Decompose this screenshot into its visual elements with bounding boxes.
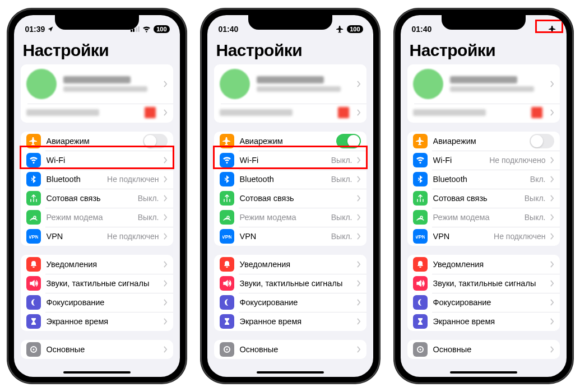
speaker-icon bbox=[26, 276, 41, 291]
svg-point-2 bbox=[33, 349, 34, 351]
settings-row-hourglass[interactable]: Экранное время bbox=[214, 312, 366, 331]
general-group: Основные bbox=[214, 340, 366, 359]
settings-row-moon[interactable]: Фокусирование bbox=[407, 293, 560, 312]
chevron-right-icon bbox=[164, 346, 168, 353]
profile-group[interactable] bbox=[21, 64, 173, 123]
profile-sub-row[interactable] bbox=[214, 104, 366, 123]
settings-row-bluetooth[interactable]: Bluetooth Не подключен bbox=[21, 170, 173, 189]
row-label: Уведомления bbox=[47, 260, 159, 269]
settings-row-vpn[interactable]: VPN VPN Выкл. bbox=[214, 227, 366, 246]
wifi-icon bbox=[220, 153, 234, 167]
row-value: Не подключен bbox=[107, 175, 159, 184]
row-label: Сотовая связь bbox=[47, 194, 136, 203]
airplane-toggle[interactable] bbox=[530, 134, 554, 148]
row-value: Выкл. bbox=[331, 156, 352, 165]
settings-row-speaker[interactable]: Звуки, тактильные сигналы bbox=[21, 274, 173, 293]
chevron-right-icon bbox=[357, 195, 361, 202]
settings-row-cellular[interactable]: Сотовая связь bbox=[214, 189, 366, 208]
chevron-right-icon bbox=[164, 233, 168, 240]
home-indicator bbox=[257, 371, 324, 374]
row-label: Авиарежим bbox=[47, 137, 143, 146]
battery-indicator: 100 bbox=[347, 25, 363, 33]
chevron-right-icon bbox=[550, 233, 554, 240]
notch bbox=[55, 15, 139, 30]
wifi-icon bbox=[413, 153, 428, 167]
bluetooth-icon bbox=[413, 172, 428, 186]
phone-frame-1: 01:40 100 Настройки bbox=[201, 8, 380, 384]
profile-group[interactable] bbox=[214, 64, 366, 123]
settings-row-wifi[interactable]: Wi-Fi Выкл. bbox=[214, 151, 366, 170]
chevron-right-icon bbox=[550, 214, 554, 221]
chevron-right-icon bbox=[357, 318, 361, 325]
avatar bbox=[220, 69, 250, 99]
notifications-group: Уведомления Звуки, тактильные сигналы Фо… bbox=[21, 255, 173, 331]
settings-row-vpn[interactable]: VPN VPN Не подключен bbox=[21, 227, 173, 246]
settings-row-bluetooth[interactable]: Bluetooth Вкл. bbox=[407, 170, 560, 189]
profile-text bbox=[63, 76, 159, 92]
settings-row-gear[interactable]: Основные bbox=[21, 340, 173, 359]
settings-row-bell[interactable]: Уведомления bbox=[21, 255, 173, 274]
settings-row-bluetooth[interactable]: Bluetooth Выкл. bbox=[214, 170, 366, 189]
settings-row-bell[interactable]: Уведомления bbox=[214, 255, 366, 274]
settings-row-airplane: Авиарежим bbox=[21, 132, 173, 151]
profile-sub-row[interactable] bbox=[21, 104, 173, 123]
speaker-icon bbox=[220, 276, 234, 291]
avatar bbox=[413, 69, 443, 99]
moon-icon bbox=[413, 295, 428, 310]
row-value: Выкл. bbox=[331, 175, 352, 184]
settings-row-bell[interactable]: Уведомления bbox=[407, 255, 560, 274]
screen: 01:40 Настройки bbox=[401, 15, 567, 377]
battery-indicator: 100 bbox=[154, 25, 169, 33]
moon-icon bbox=[26, 295, 41, 310]
profile-sub-row[interactable] bbox=[407, 104, 560, 123]
connectivity-group: Авиарежим Wi-Fi Bluetooth Не подключен С… bbox=[21, 132, 173, 246]
row-label: Режим модема bbox=[240, 213, 329, 222]
settings-row-vpn[interactable]: VPN VPN Не подключен bbox=[407, 227, 560, 246]
chevron-right-icon bbox=[357, 233, 361, 240]
row-label: Звуки, тактильные сигналы bbox=[433, 279, 546, 288]
settings-row-wifi[interactable]: Wi-Fi bbox=[21, 151, 173, 170]
bluetooth-icon bbox=[26, 172, 41, 186]
hotspot-icon bbox=[220, 210, 234, 225]
row-label: Экранное время bbox=[240, 317, 352, 326]
row-value: Вкл. bbox=[530, 175, 546, 184]
settings-row-speaker[interactable]: Звуки, тактильные сигналы bbox=[214, 274, 366, 293]
settings-row-hourglass[interactable]: Экранное время bbox=[407, 312, 560, 331]
settings-row-hotspot[interactable]: Режим модема Выкл. bbox=[21, 208, 173, 227]
settings-row-moon[interactable]: Фокусирование bbox=[21, 293, 173, 312]
chevron-right-icon bbox=[550, 346, 554, 353]
notch bbox=[442, 15, 526, 30]
bell-icon bbox=[413, 257, 428, 272]
settings-row-hourglass[interactable]: Экранное время bbox=[21, 312, 173, 331]
chevron-right-icon bbox=[550, 109, 554, 116]
row-label: Авиарежим bbox=[240, 137, 336, 146]
airplane-toggle[interactable] bbox=[143, 134, 168, 148]
chevron-right-icon bbox=[164, 157, 168, 164]
settings-row-hotspot[interactable]: Режим модема Выкл. bbox=[407, 208, 560, 227]
notifications-group: Уведомления Звуки, тактильные сигналы Фо… bbox=[214, 255, 366, 331]
settings-row-hotspot[interactable]: Режим модема Выкл. bbox=[214, 208, 366, 227]
settings-row-wifi[interactable]: Wi-Fi Не подключено bbox=[407, 151, 560, 170]
row-value: Выкл. bbox=[525, 213, 546, 222]
phone-frame-2: 01:40 Настройки bbox=[394, 8, 573, 384]
svg-text:VPN: VPN bbox=[222, 234, 231, 240]
row-label: Фокусирование bbox=[240, 298, 352, 307]
status-time: 01:40 bbox=[219, 25, 239, 34]
settings-row-gear[interactable]: Основные bbox=[407, 340, 560, 359]
profile-group[interactable] bbox=[407, 64, 560, 123]
chevron-right-icon bbox=[357, 214, 361, 221]
page-title: Настройки bbox=[401, 38, 567, 64]
profile-text bbox=[257, 76, 352, 92]
chevron-right-icon bbox=[550, 318, 554, 325]
airplane-toggle[interactable] bbox=[336, 134, 361, 148]
settings-row-gear[interactable]: Основные bbox=[214, 340, 366, 359]
settings-row-cellular[interactable]: Сотовая связь Выкл. bbox=[21, 189, 173, 208]
airplane-status-icon bbox=[336, 25, 344, 33]
row-label: Режим модема bbox=[433, 213, 522, 222]
wifi-icon bbox=[26, 153, 41, 167]
settings-row-speaker[interactable]: Звуки, тактильные сигналы bbox=[407, 274, 560, 293]
settings-row-moon[interactable]: Фокусирование bbox=[214, 293, 366, 312]
settings-row-airplane: Авиарежим bbox=[214, 132, 366, 151]
row-label: Сотовая связь bbox=[433, 194, 522, 203]
settings-row-cellular[interactable]: Сотовая связь Выкл. bbox=[407, 189, 560, 208]
